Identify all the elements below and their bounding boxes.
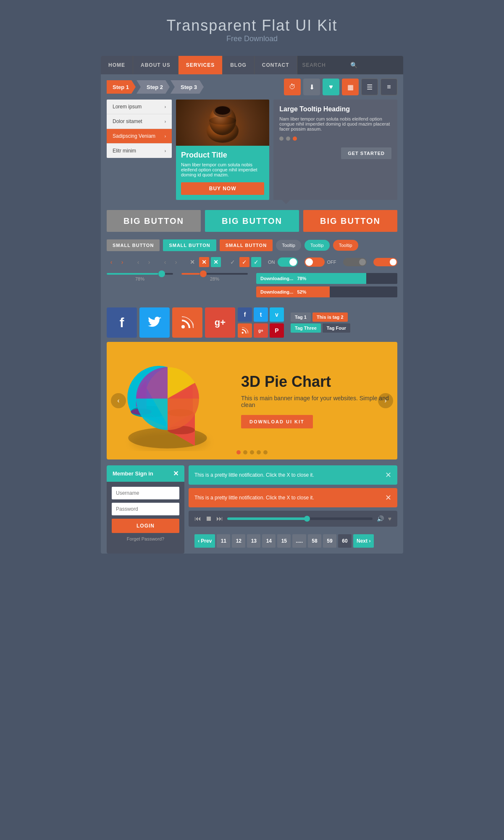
googleplus-big-icon[interactable]: g+: [205, 307, 235, 338]
x-mark-teal[interactable]: ✕: [211, 257, 221, 267]
product-card: Product Title Nam liber tempor cum solut…: [176, 100, 269, 200]
grid-icon-btn[interactable]: ▦: [342, 79, 359, 95]
tag-four[interactable]: Tag Four: [323, 323, 350, 333]
dot-1[interactable]: [279, 136, 284, 141]
dot-3-active[interactable]: [293, 136, 297, 141]
download-icon-btn[interactable]: ⬇: [303, 79, 320, 95]
page-15[interactable]: 15: [277, 534, 291, 548]
nav-search-area[interactable]: SEARCH 🔍: [297, 56, 403, 74]
stop-icon[interactable]: ⏹: [205, 515, 212, 522]
check-mark-orange[interactable]: ✓: [239, 257, 249, 267]
password-field[interactable]: [112, 503, 179, 515]
banner-dot-2[interactable]: [243, 450, 247, 454]
notification-1-close[interactable]: ✕: [385, 470, 391, 480]
tooltip-pill-orange[interactable]: Tooltip: [333, 240, 358, 251]
tag-1[interactable]: Tag 1: [291, 312, 311, 322]
arrow-left-3[interactable]: ‹: [160, 257, 170, 267]
arrow-right-2[interactable]: ›: [144, 257, 154, 267]
menu-item-lorem[interactable]: Lorem ipsum ›: [107, 100, 172, 114]
menu-item-dolor[interactable]: Dolor sitamet ›: [107, 114, 172, 129]
volume-icon[interactable]: 🔊: [377, 515, 384, 522]
media-heart-icon[interactable]: ♥: [388, 515, 391, 522]
tooltip-pill-gray[interactable]: Tooltip: [276, 240, 301, 251]
big-button-teal[interactable]: BIG BUTTON: [205, 210, 299, 232]
check-mark-gray[interactable]: ✓: [228, 257, 238, 267]
play-icon[interactable]: ⏭: [216, 515, 223, 522]
step-1[interactable]: Step 1: [107, 80, 136, 94]
page-11[interactable]: 11: [217, 534, 230, 548]
search-icon[interactable]: 🔍: [350, 62, 398, 68]
facebook-big-icon[interactable]: f: [107, 307, 137, 338]
arrow-left-1[interactable]: ‹: [107, 257, 116, 267]
forgot-password-link[interactable]: Forget Password?: [112, 536, 179, 541]
arrow-right-1[interactable]: ›: [118, 257, 127, 267]
sliders-downloads-row: 78% 28% Downloading... 78%: [101, 270, 403, 303]
page-14[interactable]: 14: [262, 534, 276, 548]
arrow-left-2[interactable]: ‹: [134, 257, 143, 267]
rss-small-icon[interactable]: [238, 323, 252, 338]
rss-big-icon[interactable]: [172, 307, 202, 338]
banner-prev-arrow[interactable]: ‹: [111, 393, 126, 408]
nav-about[interactable]: ABOUT US: [133, 56, 178, 74]
login-button[interactable]: LOGIN: [112, 519, 179, 533]
login-close-icon[interactable]: ✕: [173, 470, 178, 478]
rewind-icon[interactable]: ⏮: [194, 515, 201, 522]
step-3[interactable]: Step 3: [171, 80, 204, 94]
twitter-big-icon[interactable]: [139, 307, 170, 338]
slider-toggle-gray[interactable]: [343, 258, 367, 266]
small-button-orange[interactable]: SMALL BUTTON: [220, 239, 273, 251]
small-button-gray[interactable]: SMALL BUTTON: [107, 239, 160, 251]
media-progress[interactable]: [227, 517, 373, 520]
next-button[interactable]: Next ›: [353, 534, 374, 548]
menu-item-sadipscing[interactable]: Sadipscing Veniam ›: [107, 129, 172, 144]
small-button-teal[interactable]: SMALL BUTTON: [163, 239, 216, 251]
tag-three[interactable]: Tag Three: [291, 323, 321, 333]
vimeo-small-icon[interactable]: v: [270, 307, 284, 322]
nav-contact[interactable]: CONTACT: [255, 56, 297, 74]
arrow-right-3[interactable]: ›: [171, 257, 181, 267]
banner-dot-5[interactable]: [263, 450, 268, 454]
toggle-orange-switch[interactable]: [304, 257, 325, 267]
menu-item-elitr[interactable]: Elitr minim ›: [107, 144, 172, 158]
page-13[interactable]: 13: [247, 534, 260, 548]
pinterest-small-icon[interactable]: P: [270, 323, 284, 338]
nav-home[interactable]: HOME: [101, 56, 133, 74]
twitter-bird-icon: [148, 317, 161, 328]
prev-button[interactable]: ‹ Prev: [194, 534, 215, 548]
big-button-orange[interactable]: BIG BUTTON: [303, 210, 397, 232]
heart-icon-btn[interactable]: ♥: [323, 79, 339, 95]
twitter-small-icon[interactable]: t: [254, 307, 268, 322]
page-59[interactable]: 59: [323, 534, 336, 548]
page-60[interactable]: 60: [338, 534, 352, 548]
facebook-small-icon[interactable]: f: [238, 307, 252, 322]
big-button-gray[interactable]: BIG BUTTON: [107, 210, 201, 232]
tag-2[interactable]: This is tag 2: [312, 312, 348, 322]
download-kit-button[interactable]: DOWNLOAD UI KIT: [241, 415, 313, 428]
banner-dot-1[interactable]: [236, 450, 241, 454]
slider-toggle-orange[interactable]: [373, 258, 397, 266]
nav-services[interactable]: SERVICES: [178, 56, 223, 74]
check-mark-teal[interactable]: ✓: [251, 257, 261, 267]
username-field[interactable]: [112, 487, 179, 499]
page-12[interactable]: 12: [232, 534, 245, 548]
nav-blog[interactable]: BLOG: [223, 56, 255, 74]
banner-dot-3[interactable]: [250, 450, 254, 454]
pie-chart-svg: [115, 346, 220, 451]
page-58[interactable]: 58: [308, 534, 321, 548]
media-thumb[interactable]: [304, 516, 310, 522]
dot-2[interactable]: [286, 136, 290, 141]
menu-icon-btn[interactable]: ≡: [381, 79, 397, 95]
toggle-on-switch[interactable]: [278, 257, 298, 267]
get-started-button[interactable]: Get Started: [341, 147, 391, 159]
list-icon-btn[interactable]: ☰: [361, 79, 378, 95]
banner-dot-4[interactable]: [257, 450, 261, 454]
banner-next-arrow[interactable]: ›: [378, 393, 393, 408]
googleplus-small-icon[interactable]: g+: [254, 323, 268, 338]
tooltip-pill-teal[interactable]: Tooltip: [304, 240, 330, 251]
notification-2-close[interactable]: ✕: [385, 493, 391, 502]
clock-icon-btn[interactable]: ⏱: [284, 79, 301, 95]
step-2[interactable]: Step 2: [136, 80, 170, 94]
x-mark-red[interactable]: ✕: [199, 257, 209, 267]
x-mark-gray[interactable]: ✕: [187, 257, 197, 267]
buy-now-button[interactable]: Buy Now: [181, 182, 264, 195]
